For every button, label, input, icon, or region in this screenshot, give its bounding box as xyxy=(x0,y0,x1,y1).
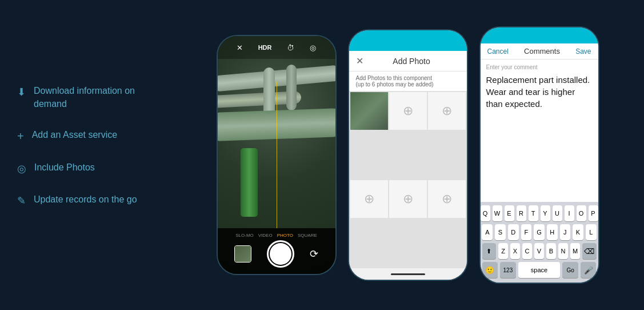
key-a[interactable]: A xyxy=(482,224,493,240)
key-m[interactable]: M xyxy=(570,243,580,259)
shutter-button[interactable] xyxy=(267,240,294,268)
phones-container: ✕ HDR ⏱ ◎ SLO-MO VIDEO PHOTO xyxy=(171,15,644,295)
add-photo-icon-4: ⊕ xyxy=(364,192,374,206)
phone-add-photo: ✕ Add Photo Add Photos to this component… xyxy=(348,29,468,281)
photo-subtitle-line1: Add Photos to this component xyxy=(356,75,432,81)
add-photo-icon-6: ⊕ xyxy=(442,192,452,206)
key-c[interactable]: C xyxy=(522,243,532,259)
feature-update-records-text: Update records on the go xyxy=(34,193,137,206)
cancel-button[interactable]: Cancel xyxy=(487,47,509,55)
comments-title: Comments xyxy=(524,47,560,55)
flash-icon: ✕ xyxy=(237,43,243,52)
feature-asset-service-text: Add an Asset service xyxy=(32,129,117,141)
feature-download: ⬇ Download information on demand xyxy=(17,85,154,110)
phone-comments: Cancel Comments Save Enter your comment … xyxy=(479,26,599,284)
focus-line xyxy=(277,82,277,228)
pipe-vertical-2 xyxy=(286,65,297,110)
photo-cell-2[interactable]: ⊕ xyxy=(389,92,427,130)
mode-square[interactable]: SQUARE xyxy=(298,233,317,238)
plus-icon: + xyxy=(17,130,24,143)
key-x[interactable]: X xyxy=(510,243,520,259)
keyboard-row-1: Q W E R T Y U I O P xyxy=(482,205,597,221)
close-button[interactable]: ✕ xyxy=(356,55,363,66)
keyboard-row-2: A S D F G H J K L xyxy=(482,224,597,240)
key-l[interactable]: L xyxy=(586,224,597,240)
photo-bottom-bar xyxy=(349,268,467,280)
comment-input-area[interactable]: Enter your comment Replacement part inst… xyxy=(481,59,598,202)
go-key[interactable]: Go xyxy=(562,262,578,278)
key-j[interactable]: J xyxy=(560,224,571,240)
feature-update-records: ✎ Update records on the go xyxy=(17,193,154,207)
save-button[interactable]: Save xyxy=(575,47,591,55)
photo-cell-4[interactable]: ⊕ xyxy=(350,180,388,218)
emoji-key[interactable]: 🙂 xyxy=(482,262,498,278)
space-key[interactable]: space xyxy=(518,262,561,278)
key-n[interactable]: N xyxy=(558,243,568,259)
numbers-key[interactable]: 123 xyxy=(500,262,516,278)
add-photo-title: Add Photo xyxy=(363,57,460,66)
photo-thumbnail-1 xyxy=(350,92,388,130)
phone-camera: ✕ HDR ⏱ ◎ SLO-MO VIDEO PHOTO xyxy=(217,35,337,275)
feature-include-photos-text: Include Photos xyxy=(34,161,95,174)
photo-screen: ✕ Add Photo Add Photos to this component… xyxy=(349,30,467,280)
comment-placeholder: Enter your comment xyxy=(486,64,593,70)
keyboard: Q W E R T Y U I O P A S D F G xyxy=(481,202,598,283)
key-d[interactable]: D xyxy=(508,224,519,240)
camera-flip-icon[interactable]: ⟳ xyxy=(310,248,318,260)
feature-include-photos: ◎ Include Photos xyxy=(17,161,154,175)
key-p[interactable]: P xyxy=(589,205,598,221)
key-q[interactable]: Q xyxy=(481,205,490,221)
key-s[interactable]: S xyxy=(495,224,506,240)
photo-subtitle-line2: (up to 6 photos may be added) xyxy=(356,81,434,88)
mode-photo[interactable]: PHOTO xyxy=(277,233,293,238)
keyboard-row-4: 🙂 123 space Go 🎤 xyxy=(482,262,597,278)
key-t[interactable]: T xyxy=(529,205,538,221)
mic-key[interactable]: 🎤 xyxy=(581,262,597,278)
key-b[interactable]: B xyxy=(546,243,556,259)
home-indicator xyxy=(391,273,425,275)
add-photo-icon-5: ⊕ xyxy=(403,192,413,206)
key-o[interactable]: O xyxy=(577,205,586,221)
key-w[interactable]: W xyxy=(493,205,502,221)
photo-top-cyan-bar xyxy=(349,30,467,51)
camera-modes: SLO-MO VIDEO PHOTO SQUARE xyxy=(235,228,317,240)
key-h[interactable]: H xyxy=(547,224,558,240)
camera-screen: ✕ HDR ⏱ ◎ SLO-MO VIDEO PHOTO xyxy=(218,36,335,274)
mode-slomo[interactable]: SLO-MO xyxy=(235,233,254,238)
photo-grid: ⊕ ⊕ ⊕ ⊕ ⊕ xyxy=(349,91,467,268)
feature-list: ⬇ Download information on demand + Add a… xyxy=(0,67,171,243)
hdr-label: HDR xyxy=(258,44,272,51)
comments-nav-bar: Cancel Comments Save xyxy=(481,43,598,59)
mode-video[interactable]: VIDEO xyxy=(258,233,273,238)
shift-key[interactable]: ⬆ xyxy=(482,243,497,259)
key-g[interactable]: G xyxy=(534,224,545,240)
comments-screen: Cancel Comments Save Enter your comment … xyxy=(481,27,598,283)
shutter-inner xyxy=(270,243,291,265)
key-y[interactable]: Y xyxy=(541,205,550,221)
add-photo-icon-2: ⊕ xyxy=(403,104,413,118)
key-f[interactable]: F xyxy=(521,224,532,240)
key-e[interactable]: E xyxy=(505,205,514,221)
key-i[interactable]: I xyxy=(565,205,574,221)
key-z[interactable]: Z xyxy=(498,243,508,259)
key-u[interactable]: U xyxy=(553,205,562,221)
feature-download-text: Download information on demand xyxy=(34,85,154,110)
camera-controls: ⟳ xyxy=(218,240,335,268)
camera-top-bar: ✕ HDR ⏱ ◎ xyxy=(218,36,335,59)
photo-subtitle: Add Photos to this component (up to 6 ph… xyxy=(349,71,467,91)
key-v[interactable]: V xyxy=(534,243,544,259)
comment-text: Replacement part installed. Wear and tea… xyxy=(486,74,593,110)
photo-cell-6[interactable]: ⊕ xyxy=(428,180,466,218)
key-r[interactable]: R xyxy=(517,205,526,221)
key-k[interactable]: K xyxy=(573,224,583,240)
edit-icon: ✎ xyxy=(17,194,26,207)
camera-circle-icon: ◎ xyxy=(17,162,26,175)
photo-thumbnail[interactable] xyxy=(234,245,251,263)
camera-bottom-bar: SLO-MO VIDEO PHOTO SQUARE ⟳ xyxy=(218,228,335,274)
photo-cell-1[interactable] xyxy=(350,92,388,130)
photo-header-row: ✕ Add Photo xyxy=(349,51,467,71)
photo-cell-5[interactable]: ⊕ xyxy=(389,180,427,218)
photo-cell-3[interactable]: ⊕ xyxy=(428,92,466,130)
delete-key[interactable]: ⌫ xyxy=(582,243,597,259)
keyboard-row-3: ⬆ Z X C V B N M ⌫ xyxy=(482,243,597,259)
